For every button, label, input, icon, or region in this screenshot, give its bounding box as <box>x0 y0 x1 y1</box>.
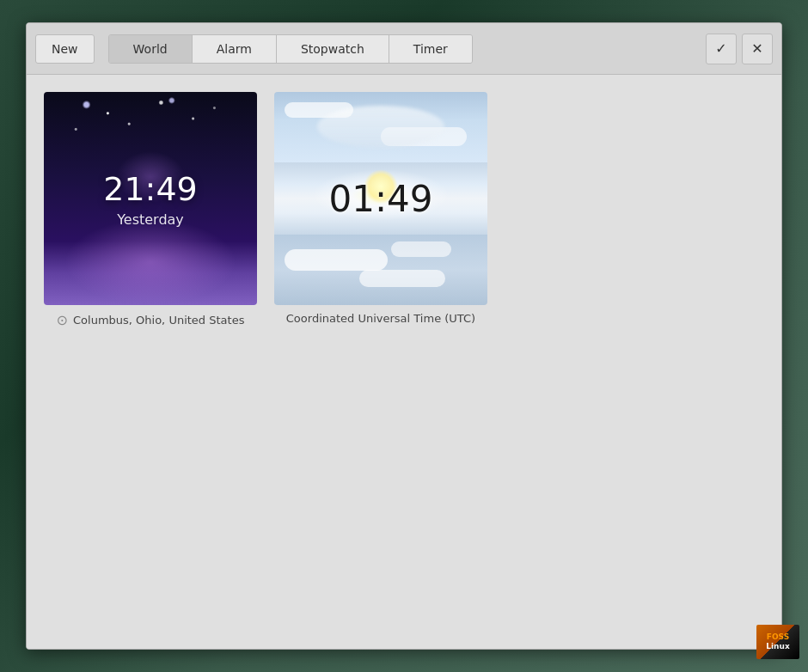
clock-location-utc: Coordinated Universal Time (UTC) <box>286 312 475 325</box>
clock-label-utc: Coordinated Universal Time (UTC) <box>286 312 475 325</box>
close-button[interactable]: ✕ <box>742 34 773 64</box>
clock-time-utc: 01:49 <box>328 178 432 220</box>
tab-group: World Alarm Stopwatch Timer <box>108 34 473 64</box>
clock-face-sky: 01:49 <box>274 92 487 305</box>
foss-badge-text: FOSS Linux <box>766 632 789 651</box>
clock-card-columbus[interactable]: 21:49 Yesterday ⊙ Columbus, Ohio, United… <box>44 92 257 328</box>
new-button[interactable]: New <box>35 34 95 64</box>
sky-clock-bg: 01:49 <box>274 92 487 305</box>
bottom-glow <box>64 219 236 305</box>
clock-label-columbus: ⊙ Columbus, Ohio, United States <box>57 312 245 328</box>
cloud-top-2 <box>381 127 467 146</box>
night-sky-bg: 21:49 Yesterday <box>44 92 257 305</box>
clock-card-utc[interactable]: 01:49 Coordinated Universal Time (UTC) <box>274 92 487 328</box>
cloud-top-1 <box>285 102 353 118</box>
clock-face-night: 21:49 Yesterday <box>44 92 257 305</box>
sky-bottom <box>274 235 487 305</box>
clock-location-columbus: Columbus, Ohio, United States <box>73 314 244 327</box>
foss-text: FOSS <box>766 632 789 642</box>
cloud-bottom-3 <box>391 241 451 257</box>
sky-top <box>274 92 487 162</box>
cloud-bottom-1 <box>285 249 388 271</box>
world-tab[interactable]: World <box>109 35 193 63</box>
alarm-tab[interactable]: Alarm <box>193 35 277 63</box>
content-area: 21:49 Yesterday ⊙ Columbus, Ohio, United… <box>27 75 781 649</box>
app-window: New World Alarm Stopwatch Timer ✓ ✕ 21:4… <box>26 22 782 650</box>
cloud-bottom-2 <box>359 270 445 287</box>
titlebar: New World Alarm Stopwatch Timer ✓ ✕ <box>27 23 781 75</box>
stopwatch-tab[interactable]: Stopwatch <box>277 35 389 63</box>
linux-text: Linux <box>766 642 789 651</box>
location-icon: ⊙ <box>57 312 68 328</box>
clock-time-columbus: 21:49 <box>103 170 198 208</box>
clock-day-columbus: Yesterday <box>117 211 184 228</box>
timer-tab[interactable]: Timer <box>389 35 472 63</box>
foss-badge: FOSS Linux <box>756 625 799 659</box>
confirm-button[interactable]: ✓ <box>706 34 737 64</box>
